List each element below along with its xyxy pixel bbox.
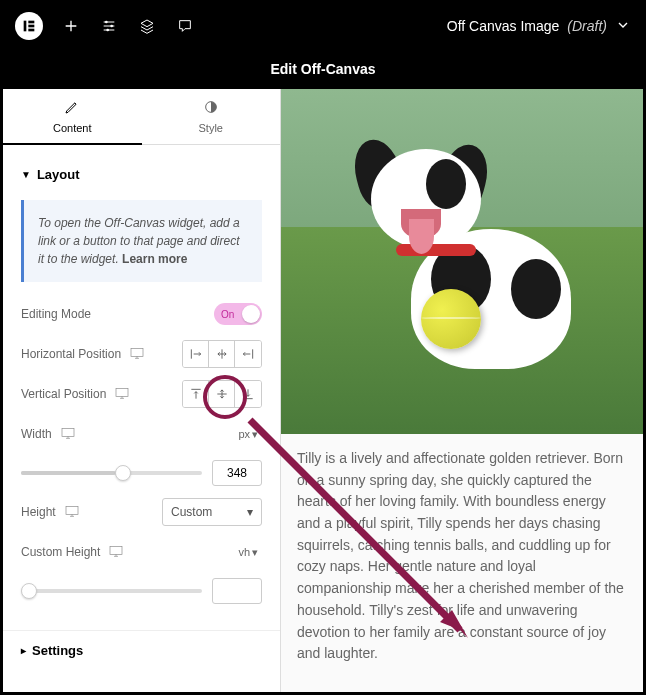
toolbar-right: Off Canvas Image (Draft) xyxy=(447,17,631,36)
align-center-icon xyxy=(215,347,229,361)
height-row: Height Custom ▾ xyxy=(21,498,262,526)
desktop-icon[interactable] xyxy=(108,543,124,562)
height-label: Height xyxy=(21,503,80,522)
chevron-down-icon: ▾ xyxy=(252,428,258,441)
panel-tabs: Content Style xyxy=(3,89,280,145)
tab-style[interactable]: Style xyxy=(142,89,281,145)
width-label: Width xyxy=(21,425,76,444)
width-input[interactable] xyxy=(212,460,262,486)
align-top-icon xyxy=(189,387,203,401)
svg-rect-11 xyxy=(66,506,78,514)
vertical-position-group xyxy=(182,380,262,408)
page-title: Off Canvas Image xyxy=(447,18,560,34)
width-slider[interactable] xyxy=(21,471,202,475)
tab-style-label: Style xyxy=(199,122,223,134)
caret-down-icon: ▾ xyxy=(247,505,253,519)
svg-rect-1 xyxy=(28,21,34,24)
pencil-icon xyxy=(64,99,80,118)
width-slider-row xyxy=(21,460,262,486)
chevron-down-icon xyxy=(615,17,631,33)
editing-mode-label: Editing Mode xyxy=(21,307,91,321)
caret-down-icon: ▼ xyxy=(21,169,31,180)
preview-image xyxy=(281,89,643,434)
structure-button[interactable] xyxy=(137,16,157,36)
desktop-icon[interactable] xyxy=(129,345,145,364)
sliders-icon xyxy=(101,18,117,34)
settings-label: Settings xyxy=(32,643,83,658)
horizontal-position-row: Horizontal Position xyxy=(21,340,262,368)
desktop-icon[interactable] xyxy=(64,503,80,522)
custom-height-unit-select[interactable]: vh ▾ xyxy=(234,544,262,561)
horizontal-position-label: Horizontal Position xyxy=(21,345,145,364)
editing-mode-row: Editing Mode On xyxy=(21,300,262,328)
svg-rect-0 xyxy=(24,21,27,32)
elementor-icon xyxy=(21,18,37,34)
custom-height-row: Custom Height vh ▾ xyxy=(21,538,262,566)
add-element-button[interactable] xyxy=(61,16,81,36)
horizontal-position-group xyxy=(182,340,262,368)
custom-height-label: Custom Height xyxy=(21,543,124,562)
settings-section-header[interactable]: ▸ Settings xyxy=(3,630,280,670)
page-dropdown[interactable] xyxy=(615,17,631,36)
align-center-button[interactable] xyxy=(209,341,235,367)
width-unit-select[interactable]: px ▾ xyxy=(234,426,262,443)
layout-section-header[interactable]: ▼ Layout xyxy=(21,159,262,190)
toolbar-left xyxy=(15,12,195,40)
custom-height-input[interactable] xyxy=(212,578,262,604)
custom-height-slider[interactable] xyxy=(21,589,202,593)
align-middle-icon xyxy=(215,387,229,401)
width-row: Width px ▾ xyxy=(21,420,262,448)
align-left-button[interactable] xyxy=(183,341,209,367)
svg-point-6 xyxy=(106,29,109,32)
panel-title: Edit Off-Canvas xyxy=(270,61,375,77)
contrast-icon xyxy=(203,99,219,118)
align-bottom-icon xyxy=(241,387,255,401)
info-box: To open the Off-Canvas widget, add a lin… xyxy=(21,200,262,282)
align-bottom-button[interactable] xyxy=(235,381,261,407)
toggle-on-label: On xyxy=(221,309,234,320)
slider-thumb[interactable] xyxy=(115,465,131,481)
tab-content-label: Content xyxy=(53,122,92,134)
preview-canvas[interactable]: Tilly is a lively and affectionate golde… xyxy=(281,89,643,692)
settings-button[interactable] xyxy=(99,16,119,36)
svg-rect-3 xyxy=(28,29,34,32)
svg-rect-2 xyxy=(28,25,34,28)
align-right-icon xyxy=(241,347,255,361)
align-top-button[interactable] xyxy=(183,381,209,407)
layout-label: Layout xyxy=(37,167,80,182)
toggle-knob xyxy=(242,305,260,323)
svg-rect-9 xyxy=(116,388,128,396)
custom-height-slider-row xyxy=(21,578,262,604)
desktop-icon[interactable] xyxy=(114,385,130,404)
vertical-position-row: Vertical Position xyxy=(21,380,262,408)
svg-rect-8 xyxy=(131,348,143,356)
learn-more-link[interactable]: Learn more xyxy=(122,252,187,266)
panel-header: Edit Off-Canvas xyxy=(3,49,643,89)
svg-point-4 xyxy=(105,21,108,24)
height-select[interactable]: Custom ▾ xyxy=(162,498,262,526)
top-toolbar: Off Canvas Image (Draft) xyxy=(3,3,643,49)
align-right-button[interactable] xyxy=(235,341,261,367)
slider-thumb[interactable] xyxy=(21,583,37,599)
tab-content[interactable]: Content xyxy=(3,89,142,145)
layout-panel: ▼ Layout To open the Off-Canvas widget, … xyxy=(3,145,280,630)
chevron-down-icon: ▾ xyxy=(252,546,258,559)
layers-icon xyxy=(139,18,155,34)
plus-icon xyxy=(63,18,79,34)
elementor-logo[interactable] xyxy=(15,12,43,40)
align-middle-button[interactable] xyxy=(209,381,235,407)
comment-icon xyxy=(177,18,193,34)
svg-point-5 xyxy=(110,25,113,28)
preview-text: Tilly is a lively and affectionate golde… xyxy=(281,434,643,679)
svg-rect-10 xyxy=(62,428,74,436)
desktop-icon[interactable] xyxy=(60,425,76,444)
caret-right-icon: ▸ xyxy=(21,645,26,656)
draft-label: (Draft) xyxy=(567,18,607,34)
vertical-position-label: Vertical Position xyxy=(21,385,130,404)
sidebar-panel: Content Style ▼ Layout To open the Off-C… xyxy=(3,89,281,692)
svg-rect-12 xyxy=(110,546,122,554)
comments-button[interactable] xyxy=(175,16,195,36)
main-area: Content Style ▼ Layout To open the Off-C… xyxy=(3,89,643,692)
align-left-icon xyxy=(189,347,203,361)
editing-mode-toggle[interactable]: On xyxy=(214,303,262,325)
